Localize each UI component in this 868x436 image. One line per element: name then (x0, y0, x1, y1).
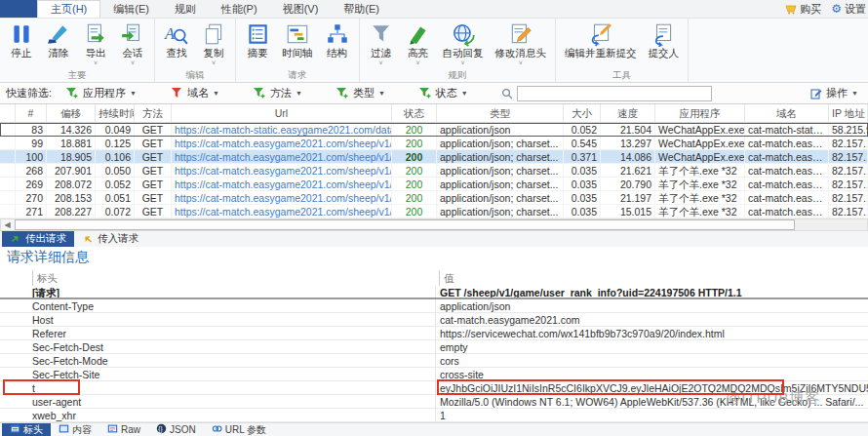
header-row-Sec-Fetch-Dest[interactable]: Sec-Fetch-Destempty (0, 340, 868, 354)
column-header-5[interactable]: Url (172, 104, 392, 122)
detail-tab-1[interactable]: 传入请求 (74, 231, 146, 247)
ribbon-button-filter[interactable]: 过滤˅ (363, 20, 400, 68)
ribbon-button-composer[interactable]: 提交人 (643, 20, 686, 68)
ribbon-button-stop[interactable]: 停止 (3, 20, 40, 68)
session-row-83[interactable]: 8314.3260.049GEThttps://cat-match-static… (0, 123, 868, 137)
scrollbar-thumb[interactable] (15, 219, 795, 230)
bottom-tab-URL-参数[interactable]: URL 参数 (204, 423, 274, 436)
search-icon (501, 88, 513, 99)
actions-dropdown[interactable]: 操作 ▼ (810, 86, 858, 100)
chevron-down-icon[interactable]: ˅ (460, 60, 464, 67)
session-cell: 82.157.158.16 (829, 137, 868, 149)
session-cell: GET (135, 191, 172, 204)
chevron-down-icon[interactable]: ˅ (212, 60, 216, 67)
column-header-7[interactable]: 类型 (437, 104, 564, 122)
chevron-down-icon[interactable]: ˅ (519, 60, 523, 67)
column-header-10[interactable]: 应用程序 (655, 104, 745, 122)
ribbon-button-copy[interactable]: 复制˅ (195, 20, 232, 68)
filter-dropdown-4[interactable]: 状态▼ (418, 86, 468, 101)
header-row-Referer[interactable]: Refererhttps://servicewechat.com/wx141bf… (0, 327, 868, 340)
header-row-Content-Type[interactable]: Content-Typeapplication/json (0, 299, 868, 313)
chevron-down-icon[interactable]: ˅ (131, 60, 135, 67)
detail-tab-0[interactable]: 传出请求 (2, 231, 74, 247)
bottom-tab-JSON[interactable]: {}JSON (148, 423, 204, 436)
ribbon-button-label: 提交人 (649, 47, 680, 60)
menu-bar: 主页(H)编辑(E)规则性能(P)视图(V)帮助(E) 购买 ⚙ 设置 (0, 0, 868, 19)
session-row-100[interactable]: 10018.9050.106GEThttps://cat-match.easyg… (0, 150, 868, 164)
ribbon-button-find[interactable]: A查找 (158, 20, 195, 68)
ribbon-button-autoreply[interactable]: 自动回复˅ (437, 20, 490, 68)
session-row-271[interactable]: 271208.2270.072GEThttps://cat-match.easy… (0, 205, 868, 218)
ribbon-button-label: 过滤 (371, 47, 391, 60)
column-header-2[interactable]: 偏移 (47, 104, 96, 122)
column-header-6[interactable]: 状态 (392, 104, 437, 122)
menu-tab-4[interactable]: 视图(V) (270, 0, 332, 18)
ribbon-button-timeline[interactable]: 时间轴 (276, 20, 319, 68)
sessions-icon (120, 21, 145, 47)
menu-tab-1[interactable]: 编辑(E) (100, 0, 162, 18)
session-cell: 82.157.158.16 (829, 150, 868, 163)
session-row-268[interactable]: 268207.9010.050GEThttps://cat-match.easy… (0, 164, 868, 178)
session-cell: GET (135, 178, 172, 190)
app-menu-button[interactable] (0, 0, 37, 18)
session-cell: 200 (392, 137, 437, 149)
session-cell: 羊了个羊.exe *32 (655, 164, 745, 177)
ribbon-button-edit-resubmit[interactable]: 编辑并重新提交 (559, 20, 643, 68)
bottom-tab-标头[interactable]: 标头 (2, 423, 51, 436)
ribbon-button-export[interactable]: 导出˅ (77, 20, 114, 68)
bottom-tab-内容[interactable]: 内容 (51, 423, 99, 436)
header-value: empty (436, 340, 868, 353)
column-header-3[interactable]: 持续时间 (96, 104, 135, 122)
settings-button[interactable]: ⚙ 设置 (831, 2, 866, 17)
filter-dropdown-1[interactable]: 域名▼ (170, 86, 219, 101)
session-cell: GET (135, 164, 172, 177)
ribbon-button-modify-headers[interactable]: 修改消息头˅ (490, 20, 553, 68)
session-cell (0, 178, 16, 190)
menu-tab-0[interactable]: 主页(H) (37, 0, 100, 18)
edit-resubmit-icon (588, 21, 613, 47)
ribbon-button-summary[interactable]: 摘要 (239, 20, 276, 68)
ribbon-button-structure[interactable]: 结构 (319, 20, 356, 68)
session-cell: 200 (392, 205, 437, 218)
column-header-12[interactable]: IP 地址 (829, 104, 868, 122)
ribbon-button-clear-brush[interactable]: 清除 (40, 20, 77, 68)
find-icon: A (164, 21, 189, 47)
chevron-down-icon[interactable]: ˅ (378, 60, 382, 67)
bottom-tab-Raw[interactable]: Raw (99, 423, 148, 436)
filter-label: 应用程序 (83, 86, 126, 100)
menu-tab-5[interactable]: 帮助(E) (331, 0, 392, 18)
filter-dropdown-3[interactable]: 类型▼ (335, 86, 385, 101)
session-cell: 18.881 (47, 137, 96, 149)
chevron-down-icon[interactable]: ˅ (415, 60, 419, 67)
column-gutter[interactable] (0, 104, 16, 122)
header-row-Host[interactable]: Hostcat-match.easygame2021.com (0, 313, 868, 327)
column-header-9[interactable]: 速度 (601, 104, 655, 122)
details-col-value: 值 (439, 270, 454, 286)
column-header-1[interactable]: # (16, 104, 47, 122)
ribbon-button-sessions[interactable]: 会话˅ (114, 20, 151, 68)
session-cell: https://cat-match.easygame2021.com/sheep… (172, 137, 392, 149)
session-row-99[interactable]: 9918.8810.125GEThttps://cat-match.easyga… (0, 137, 868, 150)
header-row-请求[interactable]: [请求]GET /sheep/v1/game/user_rank_info?ui… (0, 286, 868, 299)
session-cell: 20.790 (601, 178, 655, 190)
header-row-Sec-Fetch-Mode[interactable]: Sec-Fetch-Modecors (0, 354, 868, 368)
scroll-left-arrow-icon[interactable]: ◀ (1, 219, 14, 230)
horizontal-scrollbar[interactable]: ◀ (0, 218, 868, 231)
funnel-add-green-icon (335, 86, 349, 101)
session-cell: 82.157.158.16 (829, 178, 868, 190)
ribbon-button-highlight[interactable]: 高亮˅ (400, 20, 437, 68)
menu-tab-3[interactable]: 性能(P) (209, 0, 270, 18)
header-value: cat-match.easygame2021.com (436, 313, 868, 326)
quick-search-input[interactable] (517, 86, 712, 101)
filter-dropdown-2[interactable]: 方法▼ (253, 86, 302, 101)
filter-dropdown-0[interactable]: 应用程序▼ (65, 86, 137, 101)
column-header-4[interactable]: 方法 (135, 104, 172, 122)
chevron-down-icon[interactable]: ˅ (94, 60, 98, 67)
session-row-269[interactable]: 269208.0720.052GEThttps://cat-match.easy… (0, 178, 868, 191)
column-header-8[interactable]: 大小 (564, 104, 601, 122)
column-header-11[interactable]: 域名 (745, 104, 829, 122)
session-row-270[interactable]: 270208.1530.051GEThttps://cat-match.easy… (0, 191, 868, 205)
menu-tab-2[interactable]: 规则 (162, 0, 209, 18)
buy-button[interactable]: 购买 (785, 2, 821, 17)
app-window: 主页(H)编辑(E)规则性能(P)视图(V)帮助(E) 购买 ⚙ 设置 停止清除… (0, 0, 868, 436)
